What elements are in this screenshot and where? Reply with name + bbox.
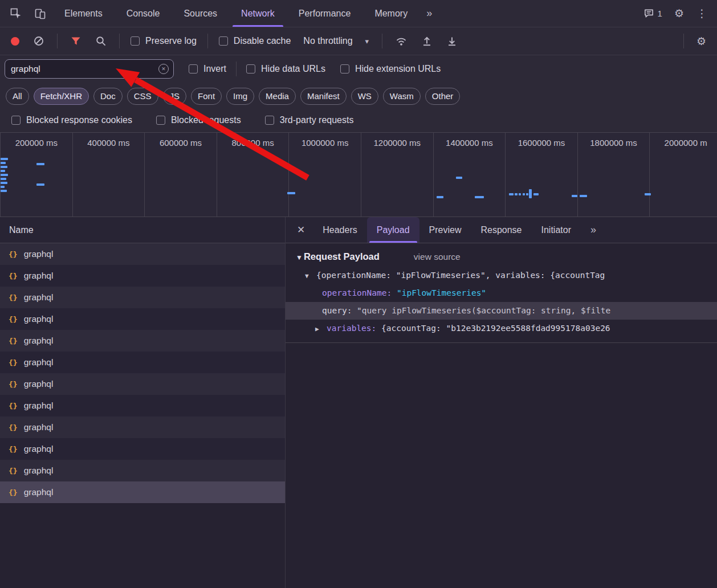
throttling-value: No throttling xyxy=(303,36,352,46)
blocked-response-cookies-label: Blocked response cookies xyxy=(26,115,132,125)
request-rows: {}graphql {}graphql {}graphql {}graphql … xyxy=(0,243,285,588)
request-row[interactable]: {}graphql xyxy=(0,330,285,352)
request-row[interactable]: {}graphql xyxy=(0,265,285,287)
detail-tab-payload[interactable]: Payload xyxy=(367,217,419,243)
request-row[interactable]: {}graphql xyxy=(0,460,285,481)
request-row[interactable]: {}graphql xyxy=(0,352,285,373)
detail-tab-preview[interactable]: Preview xyxy=(419,217,471,243)
collapse-section-icon[interactable]: ▼ xyxy=(296,254,303,262)
kebab-menu-icon[interactable]: ⋮ xyxy=(690,0,714,27)
request-row[interactable]: {}graphql xyxy=(0,395,285,416)
search-icon[interactable] xyxy=(89,35,113,47)
payload-root-preview: {operationName: "ipFlowTimeseries", vari… xyxy=(316,271,605,280)
filter-text-field[interactable] xyxy=(11,64,155,74)
type-filter-css[interactable]: CSS xyxy=(127,88,158,105)
third-party-requests-checkbox[interactable]: 3rd-party requests xyxy=(260,115,358,125)
type-filter-fetch-xhr[interactable]: Fetch/XHR xyxy=(34,88,89,105)
type-filter-js[interactable]: JS xyxy=(163,88,187,105)
request-name: graphql xyxy=(24,292,54,303)
checkbox-box[interactable] xyxy=(156,116,165,125)
preserve-log-checkbox[interactable]: Preserve log xyxy=(126,36,201,46)
payload-key: query: xyxy=(322,306,357,315)
tab-console[interactable]: Console xyxy=(115,0,172,27)
checkbox-box[interactable] xyxy=(265,116,274,125)
settings-gear-icon[interactable]: ⚙ xyxy=(668,0,690,27)
import-har-icon[interactable] xyxy=(415,35,439,47)
tab-performance[interactable]: Performance xyxy=(287,0,363,27)
detail-tab-initiator[interactable]: Initiator xyxy=(532,217,581,243)
checkbox-box[interactable] xyxy=(189,64,198,74)
filter-input[interactable]: ✕ xyxy=(5,59,174,79)
checkbox-box[interactable] xyxy=(219,36,228,46)
request-row[interactable]: {}graphql xyxy=(0,373,285,395)
export-har-icon[interactable] xyxy=(440,35,464,47)
detail-tab-headers[interactable]: Headers xyxy=(313,217,366,243)
hide-data-urls-checkbox[interactable]: Hide data URLs xyxy=(242,64,330,74)
json-request-icon: {} xyxy=(9,250,18,259)
tab-elements[interactable]: Elements xyxy=(52,0,115,27)
blocked-requests-label: Blocked requests xyxy=(171,115,241,125)
network-main-area: Name {}graphql {}graphql {}graphql {}gra… xyxy=(0,217,717,588)
devtools-tab-bar: Elements Console Sources Network Perform… xyxy=(0,0,717,27)
payload-operation-row[interactable]: operationName: "ipFlowTimeseries" xyxy=(286,284,717,302)
checkbox-box[interactable] xyxy=(340,64,349,74)
request-name: graphql xyxy=(24,314,54,324)
third-party-requests-label: 3rd-party requests xyxy=(280,115,354,125)
network-settings-gear-icon[interactable]: ⚙ xyxy=(690,35,712,48)
type-filter-media[interactable]: Media xyxy=(259,88,296,105)
disable-cache-checkbox[interactable]: Disable cache xyxy=(214,36,296,46)
checkbox-box[interactable] xyxy=(11,116,21,125)
message-bubble-icon xyxy=(643,8,654,19)
record-icon xyxy=(11,37,19,46)
blocked-requests-checkbox[interactable]: Blocked requests xyxy=(152,115,246,125)
blocked-response-cookies-checkbox[interactable]: Blocked response cookies xyxy=(7,115,137,125)
view-source-link[interactable]: view source xyxy=(414,252,461,262)
payload-query-row[interactable]: query: "query ipFlowTimeseries($accountT… xyxy=(286,302,717,320)
request-row[interactable]: {}graphql xyxy=(0,438,285,460)
console-messages-button[interactable]: 1 xyxy=(638,0,668,27)
type-filter-img[interactable]: Img xyxy=(226,88,254,105)
checkbox-box[interactable] xyxy=(131,36,140,46)
request-type-filters: All Fetch/XHR Doc CSS JS Font Img Media … xyxy=(0,83,717,108)
filter-toggle-button[interactable] xyxy=(64,35,88,47)
request-payload-title: Request Payload xyxy=(304,251,380,262)
tab-sources[interactable]: Sources xyxy=(172,0,229,27)
name-column-header[interactable]: Name xyxy=(0,217,285,243)
request-row[interactable]: {}graphql xyxy=(0,243,285,265)
inspect-element-icon[interactable] xyxy=(3,0,28,27)
request-row[interactable]: {}graphql xyxy=(0,416,285,438)
type-filter-wasm[interactable]: Wasm xyxy=(383,88,421,105)
detail-tab-response[interactable]: Response xyxy=(471,217,531,243)
close-details-icon[interactable]: ✕ xyxy=(289,217,313,243)
tab-network[interactable]: Network xyxy=(229,0,287,27)
clear-filter-icon[interactable]: ✕ xyxy=(158,64,169,74)
checkbox-box[interactable] xyxy=(246,64,255,74)
record-network-log-button[interactable] xyxy=(5,37,26,46)
payload-root-row[interactable]: ▼{operationName: "ipFlowTimeseries", var… xyxy=(286,267,717,284)
request-row[interactable]: {}graphql xyxy=(0,287,285,308)
hide-extension-urls-checkbox[interactable]: Hide extension URLs xyxy=(336,64,445,74)
payload-key: operationName: xyxy=(322,288,397,297)
network-toolbar: Preserve log Disable cache No throttling… xyxy=(0,27,717,55)
detail-more-tabs-icon[interactable]: » xyxy=(581,217,606,243)
throttling-select[interactable]: No throttling ▾ xyxy=(296,36,376,46)
request-row[interactable]: {}graphql xyxy=(0,308,285,330)
clear-network-log-button[interactable] xyxy=(27,35,51,47)
expander-down-icon[interactable]: ▼ xyxy=(305,267,313,284)
type-filter-manifest[interactable]: Manifest xyxy=(300,88,347,105)
type-filter-ws[interactable]: WS xyxy=(351,88,378,105)
type-filter-doc[interactable]: Doc xyxy=(93,88,123,105)
invert-checkbox[interactable]: Invert xyxy=(184,64,231,74)
payload-variables-row[interactable]: ▶variables: {accountTag: "b12e3b2192ee55… xyxy=(286,320,717,337)
network-conditions-icon[interactable] xyxy=(389,35,414,47)
type-filter-all[interactable]: All xyxy=(6,88,29,105)
device-toolbar-icon[interactable] xyxy=(28,0,52,27)
more-panels-icon[interactable]: » xyxy=(419,0,439,27)
type-filter-font[interactable]: Font xyxy=(191,88,222,105)
timeline-overview[interactable]: 200000 ms 400000 ms 600000 ms 800000 ms … xyxy=(0,132,717,217)
type-filter-other[interactable]: Other xyxy=(425,88,461,105)
request-row-selected[interactable]: {}graphql xyxy=(0,481,285,503)
payload-value: {accountTag: "b12e3b2192ee5588fdad995178… xyxy=(381,324,610,333)
expander-right-icon[interactable]: ▶ xyxy=(315,320,323,337)
tab-memory[interactable]: Memory xyxy=(362,0,419,27)
